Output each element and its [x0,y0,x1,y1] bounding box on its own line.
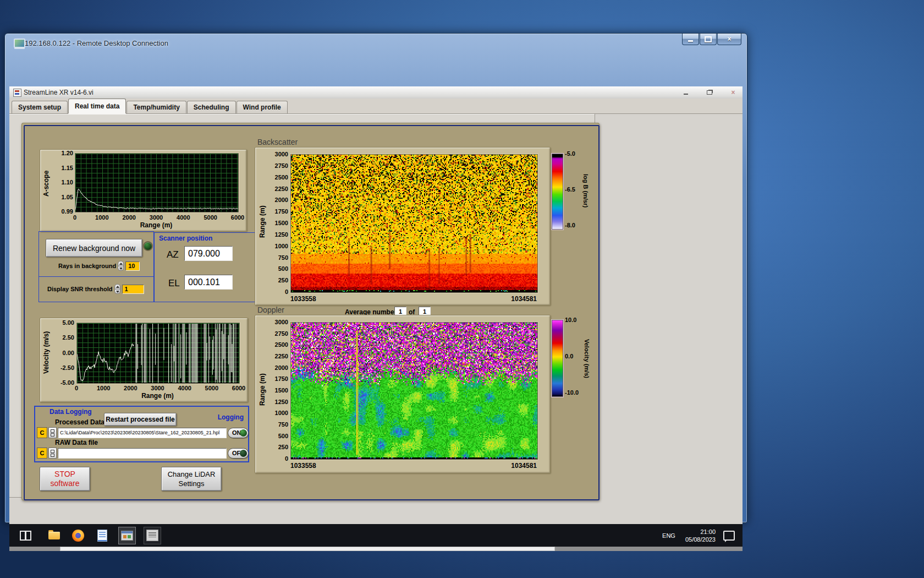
doppler-colorbar-ticks: 10.00.0-10.0 [565,320,584,392]
app-caption-buttons: × [680,88,739,96]
ascope-y-axis-label: A-scope [42,160,50,207]
processed-drive-button[interactable]: C [37,427,47,438]
remote-desktop-client: StreamLine XR v14-6.vi × System setup Re… [9,86,743,551]
az-value-field[interactable]: 079.000 [184,246,233,261]
tab-system-setup[interactable]: System setup [12,101,68,113]
snr-spinner[interactable] [114,284,120,294]
tick-label: 1750 [275,375,288,382]
labview-window-icon [121,531,133,541]
taskbar-tray: ENG 21:00 05/08/2023 [657,524,743,547]
el-value-field[interactable]: 000.101 [184,275,233,290]
task-view-button[interactable] [17,527,34,544]
app-window-title: StreamLine XR v14-6.vi [24,89,94,96]
logging-label: Logging [218,413,244,421]
app-minimize-icon [684,94,688,95]
horizontal-scrollbar[interactable] [9,547,743,551]
processed-browse-icon[interactable] [48,427,57,438]
velocity-x-ticks: 0100020003000400050006000 [76,385,239,391]
tick-label: 0 [285,288,288,295]
file-explorer-button[interactable] [46,527,62,544]
scan-scheduler-button[interactable] [144,527,161,544]
app-restore-icon [707,90,712,95]
backscatter-colorbar-ticks: -5.0-6.5-8.0 [565,154,581,225]
processed-path-field[interactable]: C:\Lidar\Data\Proc\2023\202308\20230805\… [58,428,227,438]
app-minimize-button[interactable] [680,88,692,96]
app-close-icon: × [731,89,735,96]
raw-data-file-label: RAW Data file [55,439,98,446]
tab-wind-profile[interactable]: Wind profile [237,101,288,113]
velocity-y-ticks: 5.002.500.00-2.50-5.00 [53,323,74,383]
tick-label: -2.50 [61,364,74,371]
firefox-button[interactable] [70,527,86,544]
tab-temp-humidity[interactable]: Temp/humidity [127,101,186,113]
tick-label: 1.20 [62,150,73,156]
taskbar-clock[interactable]: 21:00 05/08/2023 [681,528,720,543]
labview-vi-icon [13,89,21,97]
ascope-graph: A-scope 1.201.151.101.050.99 01000200030… [40,149,247,232]
tick-label: 2000 [124,385,137,391]
maximize-icon [705,36,712,42]
ascope-plot [75,153,239,212]
tick-label: 1000 [95,214,108,221]
scan-scheduler-icon [146,530,158,541]
tick-label: -5.00 [61,379,74,386]
tick-label: 2000 [275,197,288,203]
document-app-button[interactable] [94,527,111,544]
ascope-x-ticks: 0100020003000400050006000 [75,214,238,221]
doppler-title: Doppler [257,306,284,314]
tick-label: 6000 [231,214,244,221]
change-lidar-settings-button[interactable]: Change LiDARSettings [161,467,222,491]
app-close-button[interactable]: × [727,88,739,96]
tick-label: 1250 [275,231,288,238]
tick-label: 5000 [205,385,218,391]
labview-app-button[interactable] [118,527,136,544]
tab-scheduling[interactable]: Scheduling [187,101,236,113]
tick-label: 750 [278,254,288,261]
raw-drive-button[interactable]: C [37,448,47,459]
rays-spinner[interactable] [118,261,124,271]
rdp-titlebar[interactable]: 192.168.0.122 - Remote Desktop Connectio… [5,34,747,53]
tick-label: 4000 [177,214,190,221]
tick-label: 1750 [275,208,288,215]
tick-label: 1500 [275,387,288,394]
app-titlebar[interactable]: StreamLine XR v14-6.vi × [9,86,743,99]
tick-label: 500 [278,433,288,439]
el-label: EL [168,278,180,289]
snr-threshold-label: Display SNR threshold [47,286,113,292]
rays-value-field[interactable]: 10 [125,261,140,271]
clock-date: 05/08/2023 [685,536,716,543]
action-center-icon[interactable] [723,531,735,541]
velocity-plot [76,323,240,384]
tick-label: 1.15 [62,165,73,171]
scrollbar-thumb[interactable] [60,547,555,551]
tab-real-time-data[interactable]: Real time data [68,99,126,113]
tick-label: 0.0 [565,353,573,359]
backscatter-colorbar-label: log B (m/sr) [582,158,589,224]
velocity-y-axis-label: Velocity (m/s) [42,326,50,379]
rays-in-background-row: Rays in background 10 [58,261,140,271]
tick-label: 5.00 [63,319,74,326]
document-icon [97,530,107,542]
maximize-button[interactable] [700,34,717,45]
minimize-button[interactable] [682,34,699,45]
raw-path-field[interactable] [58,448,227,459]
language-indicator[interactable]: ENG [657,524,681,547]
tick-label: 2250 [275,186,288,192]
velocity-graph: Velocity (m/s) 5.002.500.00-2.50-5.00 01… [40,318,248,402]
raw-browse-icon[interactable] [48,448,57,459]
snr-value-field[interactable]: 1 [122,285,144,294]
app-restore-button[interactable] [703,88,716,96]
stop-software-button[interactable]: STOPsoftware [40,467,90,491]
backscatter-y-ticks: 3000275025002250200017501500125010007505… [265,154,288,292]
rdp-window: 192.168.0.122 - Remote Desktop Connectio… [4,33,747,523]
close-button[interactable]: × [717,34,741,45]
tick-label: 1.10 [62,179,73,186]
raw-path-row: C OFF [37,448,249,459]
raw-logging-toggle[interactable]: OFF [228,448,249,459]
processed-logging-toggle[interactable]: ON [228,428,249,438]
doppler-graph: Range (m) 300027502500225020001750150012… [255,315,551,473]
renew-background-button[interactable]: Renew background now [46,239,142,257]
snr-threshold-row: Display SNR threshold 1 [47,284,144,294]
restart-processed-file-button[interactable]: Restart processed file [104,413,177,426]
data-logging-title: Data Logging [50,408,92,416]
